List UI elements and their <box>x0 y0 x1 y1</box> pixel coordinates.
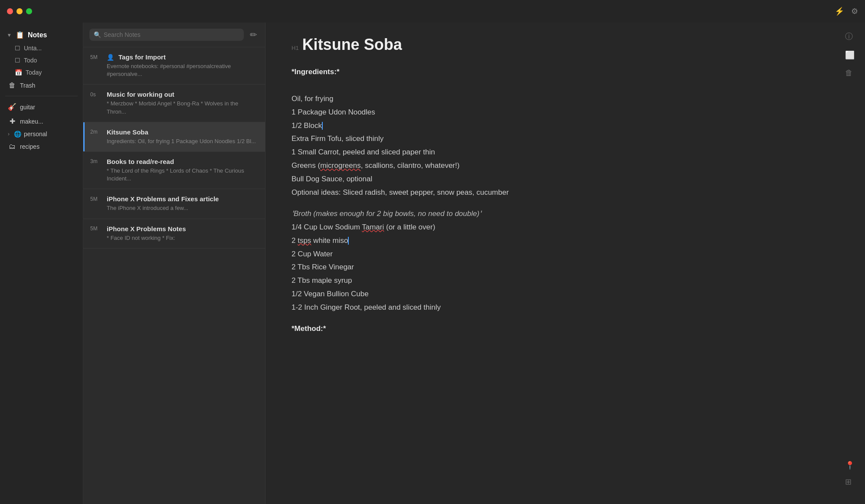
note-preview: Ingredients: Oil, for frying 1 Package U… <box>90 137 258 145</box>
ingredient-1: Oil, for frying <box>292 93 839 105</box>
main-layout: ▾ 📋 Notes ☐ Unta... ☐ Todo 📅 Today 🗑 Tra… <box>0 23 865 504</box>
sidebar-divider <box>5 96 78 96</box>
close-button[interactable] <box>7 8 13 14</box>
broth-1: 1/4 Cup Low Sodium Tamari (or a little o… <box>292 221 839 234</box>
note-toolbar: ⓘ ⬜ 🗑 <box>845 31 855 78</box>
chevron-right-icon: › <box>8 131 10 137</box>
note-preview: The iPhone X introduced a few... <box>90 204 258 212</box>
ingredient-6: Greens (microgreens, scallions, cilantro… <box>292 160 839 172</box>
ingredient-5: 1 Small Carrot, peeled and sliced paper … <box>292 146 839 159</box>
note-title: Books to read/re-read <box>107 158 174 165</box>
note-title: iPhone X Problems and Fixes article <box>107 195 219 203</box>
ingredients-label: *Ingredients:* <box>292 68 340 76</box>
minimize-button[interactable] <box>16 8 23 14</box>
trash-note-icon[interactable]: 🗑 <box>845 69 855 78</box>
ingredients-header: *Ingredients:* <box>292 66 839 79</box>
fullscreen-button[interactable] <box>26 8 32 14</box>
notes-folder-icon: 📋 <box>16 31 24 39</box>
note-time: 5M <box>90 54 102 60</box>
broth-5: 2 Tbs maple syrup <box>292 275 839 287</box>
broth-6: 1/2 Vegan Bullion Cube <box>292 288 839 301</box>
squiggly-tamari: Tamari <box>362 223 384 231</box>
sliders-icon[interactable]: ⚙ <box>851 7 858 16</box>
sidebar-guitar-label: guitar <box>20 104 35 111</box>
makeup-icon: ✚ <box>8 117 16 125</box>
h1-marker: H1 <box>292 45 299 51</box>
chevron-down-icon: ▾ <box>8 32 10 38</box>
sidebar-item-untitled[interactable]: ☐ Unta... <box>3 43 80 54</box>
sidebar-todo-label: Todo <box>24 57 37 64</box>
notes-scroll[interactable]: 5M 👤 Tags for Import Evernote notebooks:… <box>83 47 265 504</box>
ingredient-2: 1 Package Udon Noodles <box>292 106 839 119</box>
squiggly-microgreens: microgreens <box>320 161 361 170</box>
note-content[interactable]: ⓘ ⬜ 🗑 H1 Kitsune Soba *Ingredients:* Oil… <box>265 23 865 504</box>
note-preview: * The Lord of the Rings * Lords of Chaos… <box>90 167 258 183</box>
note-meta: 2m Kitsune Soba <box>90 128 258 136</box>
sidebar-notes-label: Notes <box>28 31 47 39</box>
sidebar-recipes-label: recipes <box>20 143 39 150</box>
note-time: 0s <box>90 92 102 98</box>
guitar-icon: 🎸 <box>8 103 16 111</box>
note-item-kitsune[interactable]: 2m Kitsune Soba Ingredients: Oil, for fr… <box>83 122 265 152</box>
broth-4: 2 Tbs Rice Vinegar <box>292 261 839 274</box>
sidebar: ▾ 📋 Notes ☐ Unta... ☐ Todo 📅 Today 🗑 Tra… <box>0 23 83 504</box>
notes-list-header: 🔍 ✏ <box>83 23 265 47</box>
ingredient-3: 1/2 Block <box>292 120 839 132</box>
ingredient-7: Bull Dog Sauce, optional <box>292 173 839 186</box>
sidebar-makeup-label: makeu... <box>20 118 43 125</box>
pin-icon[interactable]: 📍 <box>845 461 855 470</box>
broth-2: 2 tsps white miso <box>292 235 839 247</box>
titlebar-icons: ⚡ ⚙ <box>835 7 858 16</box>
note-time: 2m <box>90 129 102 135</box>
broth-3: 2 Cup Water <box>292 248 839 261</box>
text-cursor-2 <box>348 237 349 245</box>
note-preview: * Merzbow * Morbid Angel * Bong-Ra * Wol… <box>90 100 258 115</box>
person-icon: 👤 <box>107 54 114 61</box>
compose-button[interactable]: ✏ <box>248 28 259 42</box>
note-meta: 0s Music for working out <box>90 91 258 98</box>
sidebar-item-guitar[interactable]: 🎸 guitar <box>3 100 80 114</box>
note-preview: * Face ID not working * Fix: <box>90 234 258 242</box>
sidebar-item-todo[interactable]: ☐ Todo <box>3 55 80 66</box>
ingredient-8: Optional ideas: Sliced radish, sweet pep… <box>292 187 839 199</box>
trash-icon: 🗑 <box>8 82 16 89</box>
search-input[interactable] <box>104 31 239 38</box>
sidebar-item-makeup[interactable]: ✚ makeu... <box>3 115 80 128</box>
sidebar-item-today[interactable]: 📅 Today <box>3 67 80 78</box>
note-body[interactable]: *Ingredients:* Oil, for frying 1 Package… <box>292 66 839 335</box>
ingredient-4: Extra Firm Tofu, sliced thinly <box>292 133 839 145</box>
broth-7: 1-2 Inch Ginger Root, peeled and sliced … <box>292 301 839 314</box>
table-icon[interactable]: ⊞ <box>845 477 855 487</box>
broth-label: ꞌBroth (makes enough for 2 big bowls, no… <box>292 209 482 218</box>
sidebar-trash-label: Trash <box>20 82 35 89</box>
note-title: iPhone X Problems Notes <box>107 225 186 232</box>
note-item-iphone-notes[interactable]: 5M iPhone X Problems Notes * Face ID not… <box>83 219 265 249</box>
method-header: *Method:* <box>292 323 839 335</box>
untitled-icon: ☐ <box>15 45 20 52</box>
note-item-music[interactable]: 0s Music for working out * Merzbow * Mor… <box>83 85 265 122</box>
sidebar-item-notes[interactable]: ▾ 📋 Notes <box>3 28 80 42</box>
share-icon[interactable]: ⬜ <box>845 50 855 60</box>
todo-icon: ☐ <box>15 57 20 64</box>
info-icon[interactable]: ⓘ <box>845 31 855 42</box>
text-cursor <box>322 122 323 130</box>
bolt-icon[interactable]: ⚡ <box>835 7 844 16</box>
sidebar-item-trash[interactable]: 🗑 Trash <box>3 79 80 92</box>
recipes-icon: 🗂 <box>8 143 16 151</box>
note-title: Kitsune Soba <box>107 128 148 136</box>
note-time: 5M <box>90 226 102 232</box>
note-time: 3m <box>90 158 102 164</box>
note-meta: 5M iPhone X Problems Notes <box>90 225 258 232</box>
bottom-toolbar: 📍 ⊞ <box>845 461 855 487</box>
search-bar[interactable]: 🔍 <box>89 29 244 41</box>
note-item-iphone-problems[interactable]: 5M iPhone X Problems and Fixes article T… <box>83 189 265 219</box>
note-preview: Evernote notebooks: #personal #personalc… <box>90 62 258 78</box>
sidebar-item-recipes[interactable]: 🗂 recipes <box>3 140 80 153</box>
note-item-tags[interactable]: 5M 👤 Tags for Import Evernote notebooks:… <box>83 47 265 85</box>
note-item-books[interactable]: 3m Books to read/re-read * The Lord of t… <box>83 152 265 189</box>
sidebar-untitled-label: Unta... <box>24 45 42 52</box>
notes-list: 🔍 ✏ 5M 👤 Tags for Import Evernote notebo… <box>83 23 265 504</box>
sidebar-item-personal[interactable]: › 🌐 personal <box>3 129 80 139</box>
note-title: Tags for Import <box>118 53 166 61</box>
note-meta: 5M iPhone X Problems and Fixes article <box>90 195 258 203</box>
